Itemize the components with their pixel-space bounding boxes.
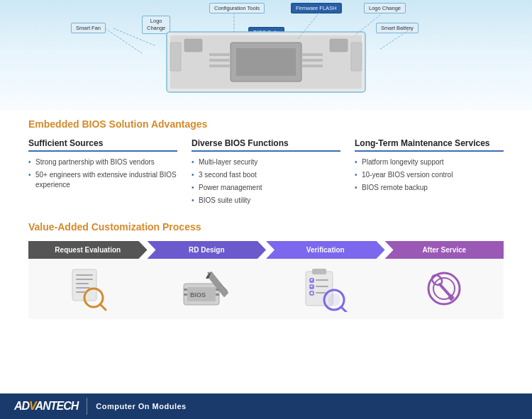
step4-header: After Service xyxy=(385,241,504,259)
col2-list: Multi-layer security 3 second fast boot … xyxy=(192,157,340,206)
svg-rect-13 xyxy=(330,39,348,52)
col1-heading: Sufficient Sources xyxy=(28,138,177,152)
svg-line-26 xyxy=(100,304,106,310)
svg-rect-24 xyxy=(76,283,89,284)
step1-icon-area xyxy=(28,259,148,319)
rd-design-icon: BIOS xyxy=(180,266,233,312)
svg-rect-9 xyxy=(301,65,323,67)
section2-title: Value-Added Customization Process xyxy=(28,221,504,233)
svg-rect-11 xyxy=(351,43,362,71)
step-request-evaluation: Request Evaluation xyxy=(28,241,148,319)
svg-rect-8 xyxy=(301,59,323,62)
svg-rect-48 xyxy=(316,286,328,287)
col1-item-2: 50+ engineers with extensive industrial … xyxy=(28,170,177,190)
svg-rect-40 xyxy=(312,269,326,274)
col2-item-1: Multi-layer security xyxy=(192,157,340,167)
svg-rect-44 xyxy=(316,279,328,281)
step2-icon-area: BIOS xyxy=(148,259,267,319)
step1-header: Request Evaluation xyxy=(28,241,148,259)
label-config-tools: Configuration Tools xyxy=(209,3,265,13)
after-service-icon xyxy=(423,266,465,312)
svg-rect-7 xyxy=(301,53,323,56)
label-smart-fan: Smart Fan xyxy=(71,23,106,33)
step-verification: Verification xyxy=(266,241,385,319)
svg-rect-22 xyxy=(76,274,93,276)
footer: ADVANTECH Computer On Modules xyxy=(0,393,532,419)
main-content: Embedded BIOS Solution Advantages Suffic… xyxy=(0,110,532,326)
step2-header: RD Design xyxy=(148,241,267,259)
col1-list: Strong partnership with BIOS vendors 50+… xyxy=(28,157,177,190)
svg-rect-4 xyxy=(209,53,231,56)
footer-tagline: Computer On Modules xyxy=(96,402,186,410)
svg-rect-6 xyxy=(209,65,231,67)
svg-rect-10 xyxy=(170,43,181,71)
svg-rect-5 xyxy=(209,59,231,62)
diagram-section: Configuration Tools Firmware FLASH Logo … xyxy=(0,0,532,110)
footer-logo-text: ADVANTECH xyxy=(14,400,78,413)
svg-rect-38 xyxy=(216,294,219,296)
footer-logo-highlight: V xyxy=(29,400,35,412)
motherboard-illustration xyxy=(138,18,394,106)
col-sufficient-sources: Sufficient Sources Strong partnership wi… xyxy=(28,138,177,208)
col3-item-1: Platform longevity support xyxy=(355,157,504,167)
col3-heading: Long-Term Maintenance Services xyxy=(355,138,504,152)
col2-heading: Diverse BIOS Functions xyxy=(192,138,340,152)
footer-divider xyxy=(87,398,87,415)
col3-item-3: BIOS remote backup xyxy=(355,183,504,193)
section1-title: Embedded BIOS Solution Advantages xyxy=(28,118,504,130)
col2-item-3: Power management xyxy=(192,183,340,193)
col2-item-4: BIOS suite utility xyxy=(192,196,340,206)
verification-icon xyxy=(302,266,348,312)
col2-item-2: 3 second fast boot xyxy=(192,170,340,180)
col3-item-2: 10-year BIOS version control xyxy=(355,170,504,180)
svg-text:BIOS: BIOS xyxy=(190,291,206,298)
svg-rect-27 xyxy=(76,287,90,289)
svg-rect-50 xyxy=(316,292,326,294)
col-longterm: Long-Term Maintenance Services Platform … xyxy=(355,138,504,208)
step3-header: Verification xyxy=(266,241,385,259)
col1-item-1: Strong partnership with BIOS vendors xyxy=(28,157,177,167)
col-diverse-bios: Diverse BIOS Functions Multi-layer secur… xyxy=(192,138,340,208)
label-firmware-flash: Firmware FLASH xyxy=(291,3,342,13)
label-logo-change2: Logo Change xyxy=(364,3,406,13)
request-evaluation-icon xyxy=(67,266,109,312)
svg-line-57 xyxy=(440,284,451,297)
process-steps: Request Evaluation R xyxy=(28,241,504,319)
svg-line-52 xyxy=(341,307,347,312)
step-rd-design: RD Design BIOS xyxy=(148,241,267,319)
svg-rect-28 xyxy=(76,291,86,293)
svg-rect-35 xyxy=(184,289,187,291)
svg-rect-23 xyxy=(76,279,93,280)
col3-list: Platform longevity support 10-year BIOS … xyxy=(355,157,504,193)
step3-icon-area xyxy=(266,259,385,319)
svg-rect-3 xyxy=(236,48,296,76)
advantages-grid: Sufficient Sources Strong partnership wi… xyxy=(28,138,504,208)
svg-rect-36 xyxy=(184,294,187,296)
step-after-service: After Service xyxy=(385,241,504,319)
svg-rect-12 xyxy=(184,39,202,52)
svg-rect-37 xyxy=(216,289,219,291)
svg-point-53 xyxy=(328,294,340,306)
step4-icon-area xyxy=(385,259,504,319)
footer-logo: ADVANTECH xyxy=(14,400,78,413)
